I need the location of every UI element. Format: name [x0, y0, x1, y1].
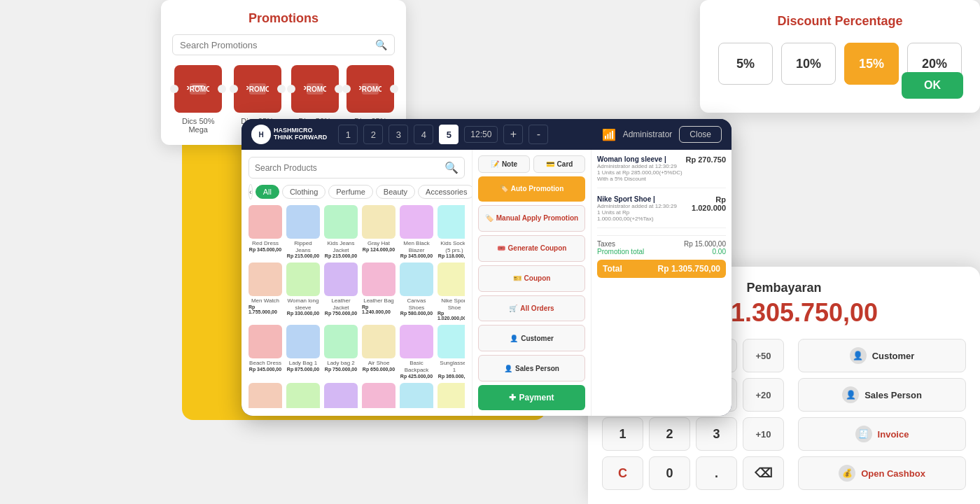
- ticket-icon: PROMO: [346, 65, 394, 113]
- numpad-plus-50-button[interactable]: +50: [743, 339, 784, 372]
- product-price: Rp 580.000,00: [400, 311, 433, 316]
- discount-15-button[interactable]: 15%: [844, 43, 899, 85]
- product-name: Basic Backpack: [400, 360, 433, 373]
- product-image: [400, 205, 433, 239]
- product-name: Lady bag 2: [327, 360, 355, 367]
- list-item[interactable]: Air Shoe Rp 650.000,00: [362, 325, 396, 378]
- discount-ok-button[interactable]: OK: [902, 72, 963, 99]
- list-item[interactable]: Necklace ring Rp 345.000,00: [400, 383, 433, 408]
- product-image: [248, 325, 282, 358]
- promotions-search-icon: 🔍: [375, 39, 387, 50]
- list-item[interactable]: Nike Sport Shoe Rp 1.020.000,00: [438, 262, 465, 321]
- discount-5-button[interactable]: 5%: [718, 43, 773, 85]
- product-price: Rp 1.020.000,00: [438, 311, 465, 321]
- payment-sales-person-button[interactable]: 👤 Sales Person: [798, 378, 966, 412]
- numpad-1-button[interactable]: 1: [602, 417, 643, 451]
- list-item[interactable]: Ripped Jeans Rp 215.000,00: [286, 205, 320, 258]
- payment-invoice-button[interactable]: 🧾 Invoice: [798, 417, 966, 451]
- numpad-plus-10-button[interactable]: +10: [743, 417, 784, 451]
- sales-person-button[interactable]: 👤 Sales Person: [478, 355, 585, 382]
- list-item[interactable]: Men Watch Rp 1.755.000,00: [248, 262, 282, 321]
- manual-apply-promotion-button[interactable]: 🏷️ Manual Apply Promotion: [478, 205, 585, 232]
- product-price: Rp 875.000,00: [287, 367, 319, 372]
- cart-item-1-meta3: With a 5% Discount: [597, 176, 682, 182]
- tab-5[interactable]: 5: [439, 125, 458, 144]
- tab-1[interactable]: 1: [338, 125, 358, 144]
- tab-3[interactable]: 3: [388, 125, 408, 144]
- product-image: [362, 383, 396, 408]
- wifi-icon: 📶: [602, 128, 616, 141]
- list-item[interactable]: Canvas Shoes Rp 580.000,00: [400, 262, 433, 321]
- product-image: [438, 383, 465, 408]
- product-image: [400, 383, 433, 408]
- pos-logo: H HASHMICROTHINK FORWARD: [251, 125, 327, 144]
- all-orders-button[interactable]: 🛒 All Orders: [478, 295, 585, 322]
- category-beauty[interactable]: Beauty: [376, 185, 415, 199]
- list-item[interactable]: Sunglasses 2 Rp 345.000,00: [286, 383, 320, 408]
- promotions-search-input[interactable]: [180, 40, 375, 50]
- add-tab-button[interactable]: +: [503, 125, 523, 144]
- numpad-3-button[interactable]: 3: [696, 417, 737, 451]
- category-all[interactable]: All: [255, 185, 279, 199]
- list-item[interactable]: Red Dress Rp 345.000,00: [248, 205, 282, 258]
- product-name: Kids Socks (5 prs.): [438, 240, 465, 253]
- discount-panel: Discount Percentage 5% 10% 15% 20% OK: [700, 0, 980, 113]
- tab-4[interactable]: 4: [414, 125, 433, 144]
- list-item[interactable]: Men Black Blazer Rp 345.000,00: [400, 205, 433, 258]
- list-item[interactable]: Beach Dress Rp 345.000,00: [248, 325, 282, 378]
- payment-button[interactable]: ✚ Payment: [478, 385, 585, 410]
- numpad-backspace-button[interactable]: ⌫: [743, 456, 784, 490]
- list-item[interactable]: Lady Bag 1 Rp 875.000,00: [286, 325, 320, 378]
- promotions-search-bar[interactable]: 🔍: [172, 34, 395, 55]
- numpad-0-button[interactable]: 0: [649, 456, 690, 490]
- list-item[interactable]: Basic Backpack Rp 425.000,00: [400, 325, 433, 378]
- product-image: [286, 262, 320, 296]
- product-search-input[interactable]: [255, 163, 444, 173]
- product-price: Rp 1.240.000,00: [362, 304, 396, 314]
- list-item[interactable]: Leather Jacket Rp 750.000,00: [324, 262, 358, 321]
- cart-item-2-name: Nike Sport Shoe |: [597, 195, 682, 203]
- product-name: Nike Sport Shoe: [438, 298, 465, 311]
- product-price: Rp 345.000,00: [249, 247, 281, 252]
- discount-10-button[interactable]: 10%: [781, 43, 836, 85]
- list-item[interactable]: Woman long sleeve Rp 330.000,00: [286, 262, 320, 321]
- tab-2[interactable]: 2: [363, 125, 383, 144]
- list-item[interactable]: Turtle Neck Rp 255.000,00: [248, 383, 282, 408]
- cart-promo-row: Promotion total 0.00: [597, 248, 726, 255]
- numpad-C-button[interactable]: C: [602, 456, 643, 490]
- payment-customer-button[interactable]: 👤 Customer: [798, 339, 966, 372]
- note-button[interactable]: 📝 Note: [478, 155, 530, 173]
- list-item[interactable]: Necklace Chain Rp 420.000,00: [438, 383, 465, 408]
- pos-close-button[interactable]: Close: [679, 126, 722, 143]
- list-item[interactable]: Basic Long Sleeve Rp 300.000,00: [362, 383, 396, 408]
- topbar-right: 📶 Administrator Close: [602, 126, 722, 143]
- list-item[interactable]: Lady bag 2 Rp 750.000,00: [324, 325, 358, 378]
- auto-promotion-button[interactable]: 🏷️ Auto Promotion: [478, 176, 585, 202]
- list-item[interactable]: PROMO Dics 50% Mega: [172, 65, 224, 134]
- category-accessories[interactable]: Accessories: [418, 185, 472, 199]
- coupon-button[interactable]: 🎫 Coupon: [478, 265, 585, 292]
- list-item[interactable]: Kids Jeans Jacket Rp 215.000,00: [324, 205, 358, 258]
- card-button[interactable]: 💳 Card: [533, 155, 585, 173]
- product-price: Rp 750.000,00: [325, 311, 357, 316]
- numpad-plus-20-button[interactable]: +20: [743, 378, 784, 412]
- numpad-dot--button[interactable]: .: [696, 456, 737, 490]
- list-item[interactable]: Leather Bag Rp 1.240.000,00: [362, 262, 396, 321]
- list-item[interactable]: Men Jacket Leather Rp 920.000,00: [324, 383, 358, 408]
- category-perfume[interactable]: Perfume: [328, 185, 373, 199]
- remove-tab-button[interactable]: -: [528, 125, 548, 144]
- list-item[interactable]: Kids Socks (5 prs.) Rp 118.000,00: [438, 205, 465, 258]
- sales-person-icon: 👤: [842, 386, 859, 403]
- product-name: Canvas Shoes: [400, 298, 433, 311]
- list-item[interactable]: Gray Hat Rp 124.000,00: [362, 205, 396, 258]
- generate-coupon-button[interactable]: 🎟️ Generate Coupon: [478, 235, 585, 262]
- cart-item-1-meta: Administrator added at 12:30:29: [597, 163, 682, 169]
- product-search-bar[interactable]: 🔍: [248, 157, 465, 178]
- payment-open-cashbox-button[interactable]: 💰 Open Cashbox: [798, 456, 966, 490]
- customer-button[interactable]: 👤 Customer: [478, 325, 585, 351]
- category-clothing[interactable]: Clothing: [282, 185, 326, 199]
- list-item[interactable]: Sunglasses 1 Rp 369.000,00: [438, 325, 465, 378]
- category-prev-button[interactable]: ‹: [248, 184, 253, 200]
- product-name: Beach Dress: [249, 360, 281, 367]
- numpad-2-button[interactable]: 2: [649, 417, 690, 451]
